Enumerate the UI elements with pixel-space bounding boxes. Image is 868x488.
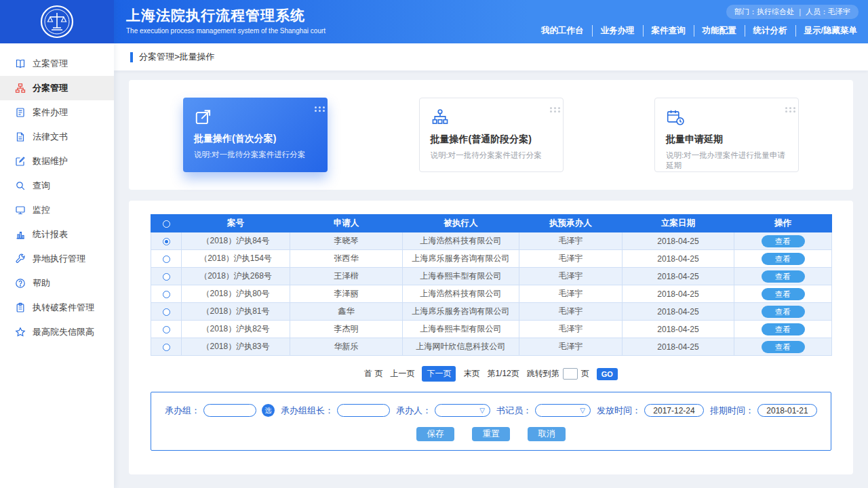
card-batch-extension-request[interactable]: 批量申请延期 说明:对一批办理案件进行批量申请延期	[654, 98, 799, 172]
row-radio[interactable]	[163, 344, 170, 351]
nav-my-workbench[interactable]: 我的工作台	[533, 25, 593, 37]
schedule-date-label: 排期时间：	[710, 405, 754, 417]
view-button[interactable]: 查看	[762, 235, 805, 247]
nav-case-query[interactable]: 案件查询	[644, 25, 694, 37]
next-page-button[interactable]: 下一页	[422, 366, 456, 382]
table-row: （2018）沪执268号 王泽楷 上海春熙丰型有限公司 毛泽宇 2018-04-…	[151, 268, 832, 285]
field-issue-date: 发放时间： 2017-12-24	[597, 404, 704, 417]
filing-date-cell: 2018-04-25	[623, 232, 734, 250]
col-case-number: 案号	[182, 215, 290, 232]
table-body: （2018）沪执84号 李晓琴 上海浩然科技有限公司 毛泽宇 2018-04-2…	[151, 232, 832, 356]
sidebar-item-statistics-report[interactable]: 统计报表	[0, 222, 114, 247]
view-button[interactable]: 查看	[762, 288, 805, 300]
handler-select[interactable]: ▽	[435, 404, 490, 417]
sidebar-item-monitoring[interactable]: 监控	[0, 198, 114, 222]
view-button[interactable]: 查看	[762, 253, 805, 265]
card-batch-first-assignment[interactable]: 批量操作(首次分案) 说明:对一批待分案案件进行分案	[183, 98, 328, 172]
page-info: 第1/12页	[487, 368, 519, 380]
sidebar-item-remote-execution[interactable]: 异地执行管理	[0, 247, 114, 271]
row-select-cell	[151, 303, 182, 321]
card-batch-normal-assignment[interactable]: 批量操作(普通阶段分案) 说明:对一批待分案案件进行分案	[419, 98, 564, 172]
book-icon	[15, 58, 26, 69]
view-button[interactable]: 查看	[762, 270, 805, 283]
nav-toggle-menu[interactable]: 显示/隐藏菜单	[796, 25, 859, 37]
card-title: 批量操作(普通阶段分案)	[431, 134, 552, 146]
calendar-clock-icon	[666, 108, 685, 127]
row-select-cell	[151, 321, 182, 338]
sidebar-item-case-filing[interactable]: 立案管理	[0, 52, 114, 76]
select-all-radio[interactable]	[163, 220, 170, 228]
respondent-cell: 上海席乐服务咨询有限公司	[403, 250, 519, 268]
save-button[interactable]: 保存	[416, 427, 454, 441]
first-page-link[interactable]: 首 页	[364, 368, 382, 380]
respondent-cell: 上海春熙丰型有限公司	[403, 268, 519, 285]
case-table: 案号 申请人 被执行人 执预承办人 立案日期 操作	[151, 214, 832, 356]
field-clerk: 书记员： ▽	[496, 404, 591, 417]
actions-cell: 查看	[734, 285, 832, 303]
chevron-down-icon: ▽	[580, 407, 585, 414]
card-title: 批量申请延期	[666, 134, 787, 146]
sidebar-item-label: 数据维护	[33, 155, 68, 167]
row-radio[interactable]	[163, 256, 170, 263]
group-select-button[interactable]: 选	[262, 404, 275, 417]
page-unit-label: 页	[581, 368, 589, 380]
row-radio[interactable]	[163, 238, 170, 245]
handling-group-input[interactable]	[203, 404, 256, 417]
card-desc: 说明:对一批办理案件进行批量申请延期	[666, 150, 787, 171]
handler-cell: 毛泽宇	[519, 338, 623, 356]
prev-page-link[interactable]: 上一页	[390, 368, 414, 380]
sidebar-item-bankruptcy-transfer[interactable]: 执转破案件管理	[0, 296, 114, 320]
actions-cell: 查看	[734, 303, 832, 321]
sidebar-item-legal-documents[interactable]: 法律文书	[0, 125, 114, 149]
case-number-cell: （2018）沪执80号	[182, 285, 290, 303]
view-button[interactable]: 查看	[762, 306, 805, 318]
go-button[interactable]: GO	[597, 368, 618, 380]
form-actions: 保存 重置 取消	[165, 427, 817, 441]
schedule-date-picker[interactable]: 2018-01-21	[757, 404, 817, 417]
app-subtitle: The execution process management system …	[126, 27, 326, 35]
sidebar-item-help[interactable]: 帮助	[0, 271, 114, 296]
filing-date-cell: 2018-04-25	[623, 250, 734, 268]
content: 批量操作(首次分案) 说明:对一批待分案案件进行分案 批量操作(普通阶段分案) …	[114, 70, 868, 488]
nav-statistics[interactable]: 统计分析	[745, 25, 796, 37]
sidebar-item-data-maintenance[interactable]: 数据维护	[0, 149, 114, 174]
nav-function-config[interactable]: 功能配置	[694, 25, 745, 37]
group-leader-input[interactable]	[337, 404, 390, 417]
row-select-cell	[151, 268, 182, 285]
handler-cell: 毛泽宇	[519, 285, 623, 303]
star-icon	[15, 327, 26, 338]
applicant-cell: 李杰明	[290, 321, 403, 338]
clerk-label: 书记员：	[496, 405, 532, 417]
sidebar-item-label: 帮助	[33, 277, 50, 289]
row-radio[interactable]	[163, 291, 170, 298]
case-number-cell: （2018）沪执81号	[182, 303, 290, 321]
view-button[interactable]: 查看	[762, 341, 805, 353]
handling-group-label: 承办组：	[165, 405, 200, 417]
sidebar-item-query[interactable]: 查询	[0, 174, 114, 198]
case-number-cell: （2018）沪执82号	[182, 321, 290, 338]
col-respondent: 被执行人	[403, 215, 519, 232]
sidebar-item-case-assignment[interactable]: 分案管理	[0, 76, 114, 100]
breadcrumb: 分案管理>批量操作	[139, 51, 215, 63]
actions-cell: 查看	[734, 268, 832, 285]
row-radio[interactable]	[163, 326, 170, 333]
filing-date-cell: 2018-04-25	[623, 285, 734, 303]
row-radio[interactable]	[163, 273, 170, 281]
case-number-cell: （2018）沪执83号	[182, 338, 290, 356]
nav-business-handling[interactable]: 业务办理	[593, 25, 644, 37]
applicant-cell: 李晓琴	[290, 232, 403, 250]
issue-date-picker[interactable]: 2017-12-24	[644, 404, 704, 417]
clerk-select[interactable]: ▽	[535, 404, 591, 417]
sidebar-item-case-handling[interactable]: 案件办理	[0, 100, 114, 125]
sidebar-item-dishonesty-restriction[interactable]: 最高院失信限高	[0, 320, 114, 344]
document-lines-icon	[15, 107, 26, 118]
cancel-button[interactable]: 取消	[528, 427, 566, 441]
view-button[interactable]: 查看	[762, 323, 805, 336]
app-window: 立案管理 分案管理 案件办理 法律文书 数据维护 查询	[0, 0, 868, 488]
page-jump-input[interactable]	[563, 368, 578, 380]
last-page-link[interactable]: 末页	[463, 368, 479, 380]
row-select-cell	[151, 338, 182, 356]
row-radio[interactable]	[163, 308, 170, 316]
row-select-cell	[151, 285, 182, 303]
reset-button[interactable]: 重置	[472, 427, 510, 441]
